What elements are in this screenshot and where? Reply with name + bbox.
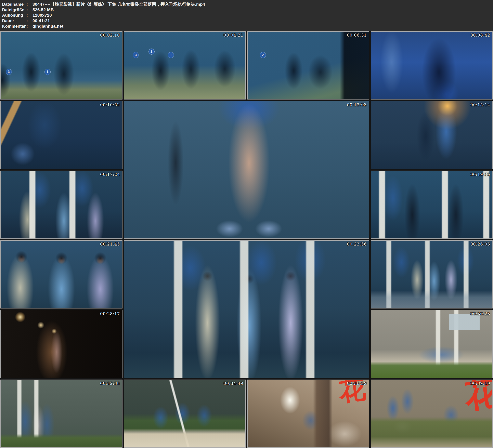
timestamp-overlay: 00:15:14 (470, 102, 490, 107)
comment-value: qinglanhua.net (33, 24, 63, 28)
file-info-row: Dauer:00:41:21 (2, 18, 493, 23)
file-info-row: Kommentar:qinglanhua.net (2, 23, 493, 29)
timestamp-overlay: 00:34:49 (224, 381, 243, 386)
video-thumbnail: 00:15:14 (371, 101, 493, 169)
timestamp-overlay: 00:36:59 (347, 381, 367, 386)
file-info-row: Dateigröße:526.52 MB (2, 7, 493, 12)
timestamp-overlay: 00:21:45 (100, 242, 120, 246)
file-info-row: Dateiname:30447----【胜景影视】新片《红颜殇》 下集 几名女毒… (2, 1, 493, 7)
timestamp-overlay: 00:28:17 (100, 311, 120, 316)
number-badge: 3 (6, 69, 12, 75)
video-thumbnail: 00:04:21 3 2 1 (124, 31, 246, 100)
timestamp-overlay: 00:06:31 (347, 33, 367, 38)
video-thumbnail: 00:26:06 (371, 240, 493, 308)
video-thumbnail-large: 00:23:56 (124, 240, 369, 378)
file-name-value: 30447----【胜景影视】新片《红颜殇》 下集 几名女毒枭全部落网，押入刑场… (33, 2, 205, 7)
video-thumbnail: 00:10:52 (0, 101, 123, 169)
timestamp-overlay: 00:17:24 (100, 172, 120, 177)
file-info-row: Auflösung:1280x720 (2, 12, 493, 18)
number-badge: 2 (260, 52, 266, 58)
file-info-separator: : (26, 1, 33, 7)
timestamp-overlay: 00:02:10 (100, 33, 120, 38)
file-info-label: Auflösung (2, 12, 26, 18)
file-info-separator: : (26, 7, 33, 12)
number-badge: 1 (168, 52, 174, 58)
video-thumbnail: 00:02:10 3 1 (0, 31, 123, 100)
video-thumbnail: 00:17:24 (0, 171, 123, 239)
timestamp-overlay: 00:08:42 (470, 33, 490, 38)
timestamp-overlay: 00:26:06 (470, 242, 490, 246)
video-thumbnail: 00:39:10 花 (371, 380, 493, 448)
timestamp-overlay: 00:19:35 (470, 172, 490, 177)
file-info-label: Dauer (2, 18, 26, 23)
resolution-value: 1280x720 (33, 13, 52, 17)
number-badge: 2 (148, 48, 155, 55)
file-info-header: Dateiname:30447----【胜景影视】新片《红颜殇》 下集 几名女毒… (0, 0, 493, 31)
file-info-label: Dateiname (2, 1, 26, 7)
video-thumbnail: 00:08:42 (371, 31, 493, 100)
timestamp-overlay: 00:39:10 (470, 381, 490, 386)
file-info-label: Dateigröße (2, 7, 26, 12)
file-info-separator: : (26, 18, 33, 23)
thumbnail-grid: 00:02:10 3 1 00:04:21 3 2 1 00:06:31 2 0… (0, 31, 493, 448)
video-thumbnail: 00:32:38 (0, 380, 123, 448)
video-thumbnail-large: 00:13:03 (124, 101, 369, 239)
timestamp-overlay: 00:30:28 (470, 311, 490, 316)
timestamp-overlay: 00:04:21 (224, 33, 243, 38)
timestamp-overlay: 00:10:52 (100, 102, 120, 107)
video-thumbnail: 00:06:31 2 (247, 31, 369, 100)
video-thumbnail: 00:21:45 (0, 240, 123, 308)
number-badge: 1 (45, 69, 51, 75)
timestamp-overlay: 00:13:03 (347, 102, 367, 107)
file-info-label: Kommentar (2, 23, 26, 29)
video-thumbnail: 00:28:17 (0, 310, 123, 378)
number-badge: 3 (133, 52, 139, 58)
video-thumbnail: 00:34:49 (124, 380, 246, 448)
video-thumbnail: 00:30:28 (371, 310, 493, 378)
video-thumbnail: 00:36:59 花 (247, 380, 369, 448)
timestamp-overlay: 00:32:38 (100, 381, 120, 386)
video-thumbnail: 00:19:35 (371, 171, 493, 239)
contact-sheet: { "file_info": { "separator": ":", "rows… (0, 0, 493, 448)
file-info-separator: : (26, 12, 33, 18)
file-size-value: 526.52 MB (33, 7, 54, 12)
file-info-separator: : (26, 23, 33, 29)
timestamp-overlay: 00:23:56 (347, 242, 367, 246)
duration-value: 00:41:21 (33, 18, 50, 23)
